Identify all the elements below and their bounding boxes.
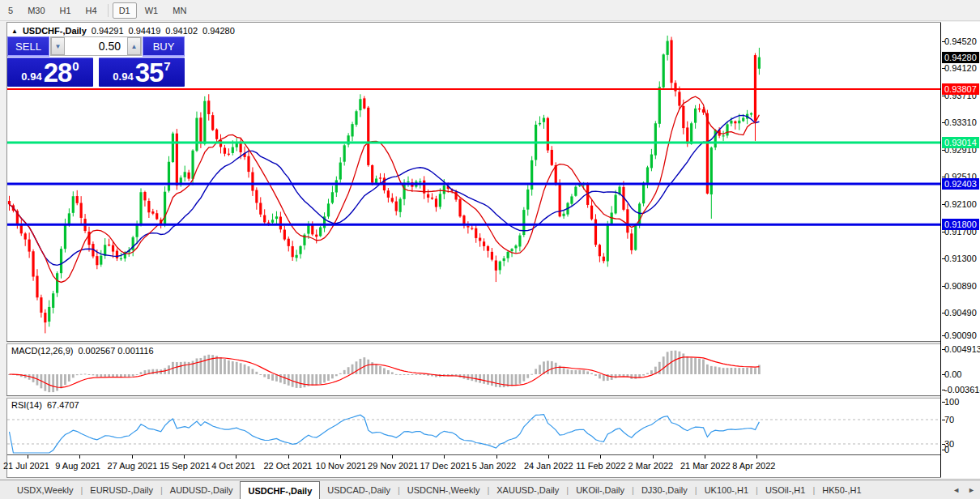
macd-layer — [8, 351, 761, 392]
tick-mark — [942, 232, 945, 232]
chart-tab-xauusd[interactable]: XAUUSD-,Daily — [489, 480, 566, 499]
date-label: 15 Sep 2021 — [160, 461, 210, 471]
tab-scroll-left-icon[interactable]: ◄ — [952, 486, 960, 494]
macd-label: MACD(12,26,9) 0.002567 0.001116 — [11, 346, 154, 356]
timeframe-button-h4[interactable]: H4 — [79, 2, 104, 19]
date-label: 11 Feb 2022 — [576, 461, 625, 471]
price-tick: 0.90890 — [944, 281, 977, 291]
price-tick: 0.90490 — [944, 308, 977, 318]
date-label: 27 Aug 2021 — [108, 461, 158, 471]
tick-mark — [942, 349, 945, 350]
date-label: 21 Jul 2021 — [3, 461, 49, 471]
chart-tab-dj30[interactable]: DJ30-,Daily — [634, 480, 695, 499]
date-tick-mark — [79, 455, 80, 458]
timeframe-button-d1[interactable]: D1 — [113, 2, 137, 19]
indicator-axis-tick: 0.00 — [944, 369, 961, 379]
date-tick-mark — [653, 455, 654, 458]
tick-mark — [942, 374, 945, 375]
pane-divider-macd[interactable] — [6, 341, 980, 344]
sell-price-panel[interactable]: 0.94 28 0 — [7, 58, 93, 87]
date-tick-mark — [600, 455, 601, 458]
toolbar-separator — [108, 4, 109, 17]
ohlc-open: 0.94291 — [92, 26, 124, 36]
indicator-axis-tick: 70 — [944, 415, 954, 424]
date-tick-mark — [705, 455, 705, 458]
rsi-label: RSI(14) 67.4707 — [11, 400, 79, 410]
chart-tab-eurusd[interactable]: EURUSD-,Daily — [83, 480, 160, 499]
buy-price-big: 35 — [135, 61, 164, 85]
price-axis[interactable]: 0.945200.941200.937100.933100.929100.925… — [941, 22, 980, 478]
timeframe-button-5[interactable]: 5 — [2, 2, 19, 19]
tick-mark — [942, 402, 945, 403]
tick-mark — [942, 41, 945, 42]
tick-mark — [942, 122, 945, 123]
ohlc-high: 0.94419 — [129, 26, 161, 36]
chart-tab-bar: USDX,Weekly|EURUSD-,Daily|AUDUSD-,DailyU… — [0, 480, 980, 499]
date-tick-mark — [288, 455, 289, 458]
chart-tab-audusd[interactable]: AUDUSD-,Daily — [163, 480, 241, 499]
chart-ohlc-header: ▲ USDCHF-,Daily 0.94291 0.94419 0.94102 … — [11, 26, 235, 36]
chart-tab-usdcnh[interactable]: USDCNH-,Weekly — [400, 480, 488, 499]
macd-title: MACD(12,26,9) — [11, 346, 73, 356]
date-tick-mark — [392, 455, 393, 458]
chart-tab-usdchf[interactable]: USDCHF-,Daily — [240, 481, 320, 499]
buy-button[interactable]: BUY — [143, 36, 185, 57]
buy-price-prefix: 0.94 — [113, 70, 133, 83]
timeframe-button-m30[interactable]: M30 — [21, 2, 51, 19]
price-badge: 0.94280 — [942, 52, 979, 63]
price-badge: 0.91800 — [942, 219, 979, 230]
tab-scroll-right-icon[interactable]: ► — [968, 486, 975, 494]
collapse-triangle-icon[interactable]: ▲ — [11, 28, 18, 35]
timeframe-button-w1[interactable]: W1 — [138, 2, 165, 19]
tick-mark — [942, 450, 945, 450]
date-tick-mark — [236, 455, 236, 458]
tick-mark — [942, 150, 945, 151]
timeframe-toolbar: 5M30H1H4D1W1MN — [0, 0, 980, 21]
chart-tab-usoil[interactable]: USOil-,H1 — [758, 480, 813, 499]
indicator-axis-tick: 100 — [944, 397, 959, 407]
chart-tab-hk50[interactable]: HK50-,H1 — [815, 480, 868, 499]
date-tick-mark — [340, 455, 341, 458]
sell-price-big: 28 — [44, 61, 72, 85]
tick-mark — [942, 258, 945, 259]
pane-divider-rsi[interactable] — [6, 395, 980, 399]
chart-canvas[interactable] — [6, 22, 980, 478]
tick-mark — [942, 313, 945, 313]
one-click-trading-widget: SELL ▼ 0.50 ▲ BUY 0.94 28 0 0.94 35 7 — [7, 36, 185, 87]
date-label: 8 Apr 2022 — [732, 461, 775, 471]
symbol-period-label: USDCHF-,Daily — [23, 26, 87, 36]
timeframe-button-mn[interactable]: MN — [166, 2, 193, 19]
chart-tab-usdcad[interactable]: USDCAD-,Daily — [320, 480, 398, 499]
volume-decrease-button[interactable]: ▼ — [51, 37, 65, 55]
volume-input[interactable]: 0.50 — [65, 37, 127, 55]
chart-tab-ukoil[interactable]: UKOil-,Daily — [569, 480, 632, 499]
date-tick-mark — [28, 455, 28, 458]
rsi-value: 67.4707 — [47, 400, 79, 410]
sell-button[interactable]: SELL — [7, 36, 49, 57]
time-axis[interactable]: 21 Jul 20219 Aug 202127 Aug 202115 Sep 2… — [7, 454, 940, 477]
date-label: 29 Nov 2021 — [368, 461, 418, 471]
volume-increase-button[interactable]: ▲ — [127, 37, 141, 55]
tick-mark — [942, 420, 945, 420]
date-label: 17 Dec 2021 — [420, 461, 470, 471]
price-axis-separator — [940, 23, 941, 477]
chart-tab-uk100[interactable]: UK100-,H1 — [697, 480, 756, 499]
date-tick-mark — [132, 455, 133, 458]
tick-mark — [942, 286, 945, 287]
timeframe-button-h1[interactable]: H1 — [53, 2, 78, 19]
date-label: 5 Jan 2022 — [472, 461, 516, 471]
date-label: 21 Mar 2022 — [680, 461, 731, 471]
tick-mark — [942, 390, 945, 390]
price-badge: 0.92403 — [942, 178, 979, 190]
buy-price-sup: 7 — [164, 59, 170, 73]
price-badge: 0.93014 — [942, 137, 979, 148]
price-tick: 0.91300 — [944, 254, 977, 263]
chart-tab-usdx[interactable]: USDX,Weekly — [10, 480, 80, 499]
date-tick-mark — [444, 455, 445, 458]
date-label: 2 Mar 2022 — [628, 461, 674, 471]
price-tick: 0.94120 — [944, 63, 977, 73]
tick-mark — [942, 204, 945, 205]
date-label: 10 Nov 2021 — [316, 461, 366, 471]
price-tick: 0.90090 — [944, 331, 977, 340]
buy-price-panel[interactable]: 0.94 35 7 — [99, 58, 185, 87]
